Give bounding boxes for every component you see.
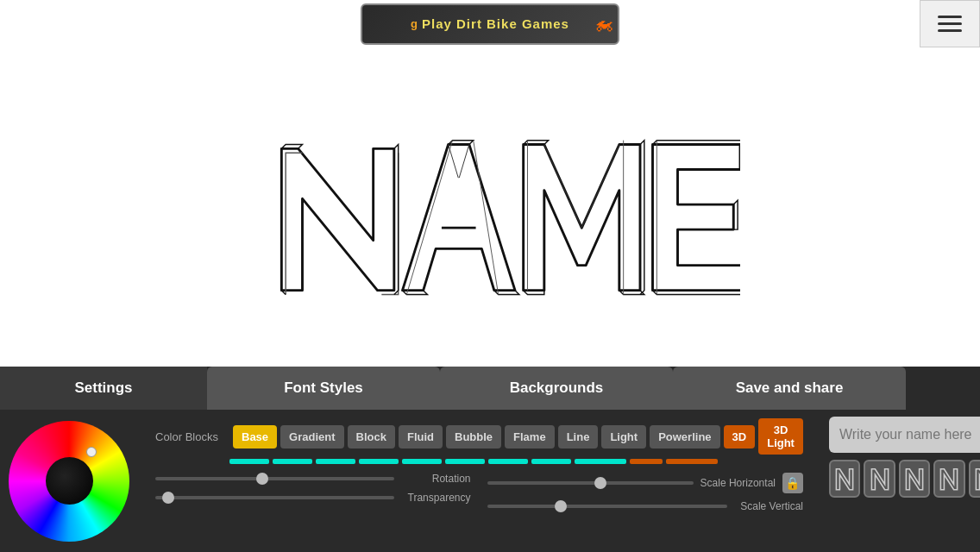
letter-btn-2[interactable] [864, 460, 895, 498]
letter-btn-3[interactable] [899, 460, 930, 498]
color-bar-powerline [575, 459, 626, 464]
letter-btn-4[interactable] [933, 460, 964, 498]
right-section [820, 410, 980, 552]
font-btn-line[interactable]: Line [558, 425, 599, 448]
transparency-label: Transparency [401, 492, 470, 504]
color-bar-3dlight [666, 459, 718, 464]
color-wheel-dot [86, 447, 97, 457]
scale-h-slider-row: Scale Horizontal 🔒 [487, 473, 802, 493]
transparency-thumb[interactable] [162, 492, 174, 504]
graffiti-svg [240, 82, 740, 332]
top-banner: g Play Dirt Bike Games 🏍 [0, 0, 980, 47]
transparency-track[interactable] [155, 496, 394, 499]
color-bar-block [316, 459, 355, 464]
content-area: Color Blocks Base Gradient Block Fluid B… [0, 410, 980, 552]
banner-ad[interactable]: g Play Dirt Bike Games 🏍 [361, 3, 619, 45]
menu-button[interactable] [920, 0, 980, 47]
font-btn-base[interactable]: Base [233, 425, 277, 448]
rotation-track[interactable] [155, 477, 394, 480]
banner-g-icon: g [411, 17, 418, 30]
scale-v-thumb[interactable] [555, 500, 567, 512]
letter-n-1 [281, 145, 398, 295]
font-btn-block[interactable]: Block [348, 425, 395, 448]
canvas-area [0, 47, 980, 367]
font-btn-light[interactable]: Light [601, 425, 646, 448]
rotation-slider-row: Rotation [155, 473, 470, 485]
letter-btn-5[interactable] [969, 460, 980, 498]
menu-bar-2 [938, 22, 962, 25]
color-wheel[interactable] [9, 421, 129, 542]
font-btn-3dlight[interactable]: 3D Light [758, 418, 803, 455]
font-btn-powerline[interactable]: Powerline [650, 425, 719, 448]
svg-line-0 [449, 145, 459, 179]
menu-bar-1 [938, 16, 962, 18]
color-bar-3d [630, 459, 663, 464]
graffiti-container [240, 78, 740, 336]
letter-a [403, 141, 519, 295]
tab-font-styles[interactable]: Font Styles [207, 367, 440, 410]
letter-e [653, 141, 741, 295]
tab-save-share[interactable]: Save and share [673, 367, 906, 410]
scale-v-slider-row: Scale Vertical [487, 500, 802, 512]
color-wheel-section [0, 410, 138, 552]
color-bar-light [531, 459, 571, 464]
color-wheel-inner [46, 457, 93, 505]
transparency-slider-row: Transparency [155, 492, 470, 504]
rotation-thumb[interactable] [256, 473, 268, 485]
controls-section: Color Blocks Base Gradient Block Fluid B… [138, 410, 820, 552]
color-bar-line [488, 459, 528, 464]
font-btn-3d[interactable]: 3D [724, 425, 756, 448]
letter-btn-1[interactable] [829, 460, 860, 498]
letter-buttons-row [829, 460, 980, 498]
svg-line-1 [459, 145, 469, 179]
name-input[interactable] [829, 417, 980, 453]
rotation-label: Rotation [401, 473, 470, 485]
letter-m [524, 141, 644, 295]
tab-settings[interactable]: Settings [0, 367, 207, 410]
color-blocks-label: Color Blocks [155, 430, 224, 443]
font-btn-fluid[interactable]: Fluid [399, 425, 443, 448]
menu-bar-3 [938, 29, 962, 32]
color-bar-base [229, 459, 269, 464]
bike-icon: 🏍 [594, 13, 613, 35]
font-btn-gradient[interactable]: Gradient [280, 425, 343, 448]
tabs-row: Settings Font Styles Backgrounds Save an… [0, 367, 980, 410]
font-btn-flame[interactable]: Flame [505, 425, 555, 448]
color-bar-gradient [273, 459, 312, 464]
color-bars-row [229, 459, 803, 464]
tab-backgrounds[interactable]: Backgrounds [440, 367, 673, 410]
scale-h-thumb[interactable] [594, 477, 606, 489]
right-sliders: Scale Horizontal 🔒 Scale Vertical [487, 473, 802, 512]
color-bar-flame [445, 459, 485, 464]
bottom-panel: Settings Font Styles Backgrounds Save an… [0, 367, 980, 552]
color-bar-bubble [402, 459, 442, 464]
sliders-section: Rotation Transparency Scale Hori [155, 473, 803, 512]
scale-h-label: Scale Horizontal [700, 477, 776, 489]
font-btn-bubble[interactable]: Bubble [446, 425, 501, 448]
color-bar-fluid [359, 459, 399, 464]
banner-ad-text: Play Dirt Bike Games [422, 16, 569, 31]
scale-v-label: Scale Vertical [734, 500, 803, 512]
scale-v-track[interactable] [487, 505, 726, 508]
left-sliders: Rotation Transparency [155, 473, 470, 512]
lock-icon[interactable]: 🔒 [782, 473, 803, 493]
font-buttons-row: Color Blocks Base Gradient Block Fluid B… [155, 418, 803, 455]
scale-h-track[interactable] [487, 481, 693, 485]
